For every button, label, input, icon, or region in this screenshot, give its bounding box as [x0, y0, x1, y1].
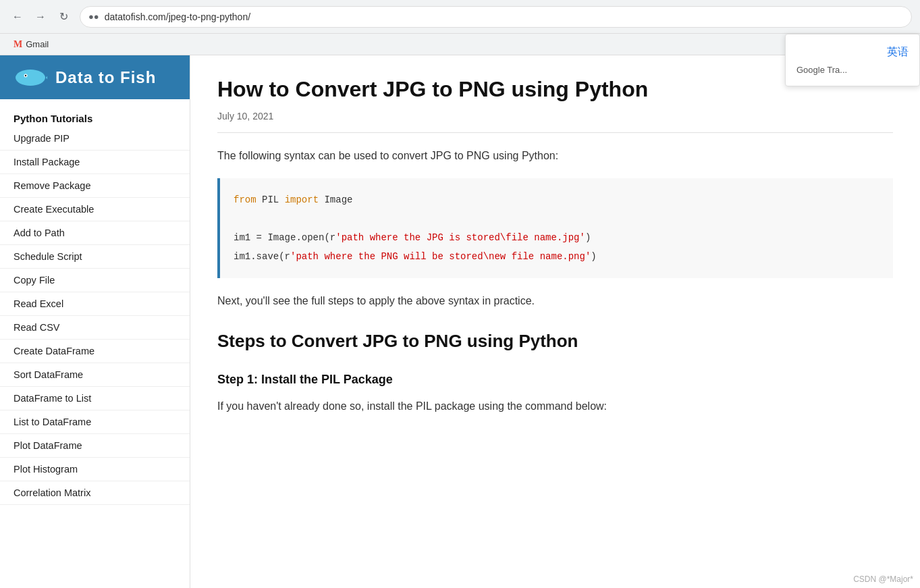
sidebar-link-install-package[interactable]: Install Package: [0, 151, 190, 174]
translate-lang: 英语: [796, 45, 909, 59]
site-logo: [13, 65, 47, 90]
code-line-1: from PIL import Image: [234, 190, 880, 209]
reload-button[interactable]: ↻: [54, 7, 73, 26]
sidebar-link-plot-dataframe[interactable]: Plot DataFrame: [0, 434, 190, 458]
translate-label: Google Tra...: [796, 65, 909, 75]
sidebar-link-read-excel[interactable]: Read Excel: [0, 292, 190, 316]
code-pil: PIL: [262, 194, 285, 205]
gmail-icon: M: [13, 39, 22, 50]
translate-popup: 英语 Google Tra...: [785, 34, 920, 86]
article-date: July 10, 2021: [217, 111, 893, 133]
svg-point-0: [16, 70, 45, 86]
code-string-path1: 'path where the JPG is stored\file name.…: [335, 232, 585, 243]
code-keyword-import: import: [285, 194, 319, 205]
article-body: The following syntax can be used to conv…: [217, 146, 893, 415]
steps-title: Steps to Convert JPG to PNG using Python: [217, 326, 893, 356]
code-string-path2: 'path where the PNG will be stored\new f…: [290, 251, 591, 262]
sidebar-section-title: Python Tutorials: [0, 107, 190, 127]
intro-text: The following syntax can be used to conv…: [217, 146, 893, 165]
next-text: Next, you'll see the full steps to apply…: [217, 292, 893, 310]
address-bar[interactable]: ●● datatofish.com/jpeg-to-png-python/: [80, 6, 912, 28]
code-line-3: im1.save(r'path where the PNG will be st…: [234, 247, 880, 266]
sidebar-link-correlation-matrix[interactable]: Correlation Matrix: [0, 481, 190, 505]
code-line-2: im1 = Image.open(r'path where the JPG is…: [234, 228, 880, 247]
sidebar-link-copy-file[interactable]: Copy File: [0, 269, 190, 292]
site-header: Data to Fish: [0, 55, 190, 99]
back-button[interactable]: ←: [8, 7, 27, 26]
sidebar-link-remove-package[interactable]: Remove Package: [0, 174, 190, 198]
bookmark-bar: M Gmail: [0, 34, 920, 55]
bookmark-gmail[interactable]: M Gmail: [8, 36, 54, 53]
page-layout: Data to Fish Python Tutorials Upgrade PI…: [0, 55, 920, 588]
sidebar-link-add-to-path[interactable]: Add to Path: [0, 221, 190, 245]
sidebar-nav: Python Tutorials Upgrade PIP Install Pac…: [0, 99, 190, 513]
url-text: datatofish.com/jpeg-to-png-python/: [105, 11, 250, 22]
sidebar-link-schedule-script[interactable]: Schedule Script: [0, 245, 190, 269]
step1-body: If you haven't already done so, install …: [217, 397, 893, 415]
sidebar-link-create-executable[interactable]: Create Executable: [0, 198, 190, 221]
lock-icon: ●●: [88, 11, 99, 22]
svg-marker-1: [46, 72, 47, 83]
code-image: Image: [324, 194, 352, 205]
step1-title: Step 1: Install the PIL Package: [217, 369, 893, 390]
site-title: Data to Fish: [55, 68, 156, 87]
browser-chrome: ← → ↻ ●● datatofish.com/jpeg-to-png-pyth…: [0, 0, 920, 34]
forward-button[interactable]: →: [31, 7, 50, 26]
content-area: How to Convert JPG to PNG using Python J…: [190, 55, 920, 588]
nav-buttons: ← → ↻: [8, 7, 73, 26]
sidebar-link-upgrade-pip[interactable]: Upgrade PIP: [0, 127, 190, 151]
sidebar-link-plot-histogram[interactable]: Plot Histogram: [0, 458, 190, 481]
sidebar-link-create-dataframe[interactable]: Create DataFrame: [0, 340, 190, 363]
sidebar-link-list-to-dataframe[interactable]: List to DataFrame: [0, 410, 190, 434]
code-im1-save: im1.save(r: [234, 251, 290, 262]
svg-point-3: [25, 74, 26, 76]
sidebar-link-read-csv[interactable]: Read CSV: [0, 316, 190, 340]
code-keyword-from: from: [234, 194, 256, 205]
gmail-label: Gmail: [26, 39, 49, 49]
sidebar: Data to Fish Python Tutorials Upgrade PI…: [0, 55, 190, 588]
sidebar-link-dataframe-to-list[interactable]: DataFrame to List: [0, 387, 190, 410]
code-block-syntax: from PIL import Image im1 = Image.open(r…: [217, 178, 893, 278]
code-im1-assign: im1 = Image.open(r: [234, 232, 335, 243]
fish-logo-icon: [13, 65, 47, 90]
watermark: CSDN @*Major*: [853, 574, 913, 584]
sidebar-link-sort-dataframe[interactable]: Sort DataFrame: [0, 363, 190, 387]
